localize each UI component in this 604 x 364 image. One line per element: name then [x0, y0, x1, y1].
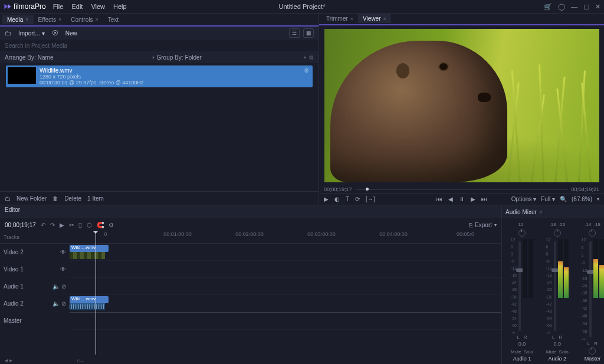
group-dropdown[interactable]: Group By: Folder▾: [157, 54, 307, 61]
media-meta: Wildlife.wmv 1280 x 720 pixels 00:00:30:…: [40, 67, 143, 86]
loop-icon[interactable]: ⟳: [355, 196, 360, 202]
tab-viewer[interactable]: Viewer×: [358, 14, 391, 23]
pan-knob[interactable]: [554, 229, 561, 237]
full-dropdown[interactable]: Full ▾: [541, 196, 555, 202]
track-header-audio2[interactable]: Audio 2🔈 ⊘: [0, 295, 70, 312]
step-back-icon[interactable]: ◀: [448, 196, 453, 202]
track-header-master[interactable]: Master: [0, 312, 70, 329]
cursor-icon[interactable]: ▶: [60, 222, 64, 228]
list-view-icon[interactable]: ☰: [289, 28, 300, 38]
search-input[interactable]: Search in Project Media: [0, 40, 319, 51]
grid-view-icon[interactable]: ▦: [303, 28, 314, 38]
record-icon[interactable]: ⦿: [52, 29, 58, 37]
arrange-dropdown[interactable]: Arrange By: Name▾: [5, 54, 155, 61]
timeline-ruler[interactable]: 0 00:01:00:00 00:02:00:00 00:03:00:00 00…: [70, 231, 501, 244]
minimize-icon[interactable]: ―: [571, 3, 577, 11]
delete-button[interactable]: Delete: [64, 195, 81, 202]
cart-icon[interactable]: 🛒: [544, 3, 552, 11]
gear-icon[interactable]: ⚙: [308, 54, 314, 61]
track-header-video2[interactable]: Video 2👁: [0, 244, 70, 261]
menu-help[interactable]: Help: [113, 3, 127, 10]
media-thumbnail: [8, 67, 36, 84]
magnet-icon[interactable]: 🧲: [97, 222, 104, 228]
menu-edit[interactable]: Edit: [71, 3, 83, 10]
eye-icon[interactable]: 👁: [60, 266, 66, 273]
text-icon[interactable]: T: [346, 196, 349, 202]
play-icon[interactable]: ▶: [324, 196, 329, 202]
clip-audio[interactable]: Wild....wmv: [70, 296, 109, 303]
fader[interactable]: [518, 241, 521, 331]
options-dropdown[interactable]: Options ▾: [511, 196, 536, 202]
tab-media[interactable]: Media×: [2, 15, 34, 24]
tab-text[interactable]: Text: [103, 15, 123, 24]
volume-value[interactable]: 0.0: [553, 341, 561, 347]
timeline: Tracks Video 2👁 Video 1👁 Audio 1🔈 ⊘ Audi…: [0, 231, 501, 355]
pause-icon[interactable]: ⏸: [459, 196, 465, 202]
eye-icon[interactable]: 👁: [60, 249, 66, 255]
solo-button[interactable]: Solo: [524, 349, 533, 355]
mute-icon[interactable]: 🔈 ⊘: [52, 300, 66, 307]
export-button[interactable]: ⎘ Export ▾: [469, 222, 497, 228]
master-knob[interactable]: [589, 347, 596, 355]
media-item[interactable]: Wildlife.wmv 1280 x 720 pixels 00:00:30:…: [6, 65, 313, 87]
mark-in-icon[interactable]: ◐: [334, 196, 340, 202]
viewer-scrubber[interactable]: 00;00;19;17 00;04;19;21: [319, 186, 604, 193]
track-header-audio1[interactable]: Audio 1🔈 ⊘: [0, 278, 70, 295]
gear-icon[interactable]: ⚙: [304, 67, 311, 86]
mute-button[interactable]: Mute: [546, 349, 557, 355]
tab-trimmer[interactable]: Trimmer×: [321, 14, 358, 23]
db-readout: -18-23: [549, 222, 565, 227]
clip-video[interactable]: Wild....wmv: [70, 245, 109, 252]
user-icon[interactable]: ◯: [558, 3, 565, 11]
collapse-icon[interactable]: ◂ ▸: [5, 357, 12, 363]
close-icon[interactable]: ×: [58, 17, 61, 22]
snap-icon[interactable]: ⌷: [78, 222, 82, 228]
step-fwd-icon[interactable]: ▶: [471, 196, 475, 202]
slice-icon[interactable]: ✂: [69, 222, 74, 228]
scrub-bar[interactable]: [356, 189, 568, 190]
viewer-canvas[interactable]: [319, 25, 604, 186]
folder-icon[interactable]: 🗀: [5, 29, 11, 37]
close-icon[interactable]: ×: [25, 17, 28, 22]
solo-button[interactable]: Solo: [559, 349, 569, 355]
zoom-slider-icon[interactable]: ⏢▴: [77, 357, 84, 363]
playhead[interactable]: [96, 231, 96, 355]
import-button[interactable]: Import...▾: [15, 29, 48, 38]
menu-view[interactable]: View: [91, 3, 105, 10]
lane-video1[interactable]: [70, 261, 501, 278]
fader[interactable]: [554, 241, 556, 331]
zoom-icon[interactable]: 🔍: [560, 196, 567, 202]
lane-video2[interactable]: Wild....wmv: [70, 244, 501, 261]
pan-knob[interactable]: [518, 229, 526, 237]
mute-icon[interactable]: 🔈 ⊘: [52, 283, 66, 290]
close-icon[interactable]: ×: [95, 17, 98, 22]
timeline-tracks[interactable]: 0 00:01:00:00 00:02:00:00 00:03:00:00 00…: [70, 231, 501, 355]
close-icon[interactable]: ✕: [595, 3, 600, 11]
track-header-video1[interactable]: Video 1👁: [0, 261, 70, 278]
tab-controls[interactable]: Controls×: [66, 15, 103, 24]
lane-audio1[interactable]: [70, 278, 501, 295]
bracket-icon[interactable]: [→]: [366, 196, 375, 202]
prev-icon[interactable]: ⏮: [436, 196, 442, 202]
lane-master[interactable]: [70, 312, 501, 330]
pan-knob[interactable]: [589, 229, 596, 237]
link-icon[interactable]: ⬡: [87, 222, 92, 228]
undo-icon[interactable]: ↶: [41, 222, 45, 228]
next-icon[interactable]: ⏭: [481, 196, 487, 202]
zoom-level[interactable]: (67.6%): [572, 196, 592, 202]
viewer-tabs: Trimmer× Viewer×: [319, 14, 604, 25]
redo-icon[interactable]: ↷: [50, 222, 55, 228]
tab-effects[interactable]: Effects×: [34, 15, 67, 24]
lane-audio2[interactable]: Wild....wmv: [70, 295, 501, 312]
new-button[interactable]: New: [62, 29, 81, 38]
window-controls: 🛒 ◯ ― ▢ ✕: [544, 3, 600, 11]
new-folder-button[interactable]: New Folder: [17, 195, 47, 202]
fader[interactable]: [589, 241, 592, 337]
editor-toolbar: 00;00;19;17 ↶ ↷ ▶ ✂ ⌷ ⬡ 🧲 ⚙ ⎘ Export ▾: [0, 218, 501, 231]
editor-timecode[interactable]: 00;00;19;17: [5, 222, 36, 228]
gear-icon[interactable]: ⚙: [109, 222, 114, 228]
menu-file[interactable]: File: [53, 3, 64, 10]
volume-value[interactable]: 0.0: [518, 341, 526, 347]
maximize-icon[interactable]: ▢: [583, 3, 589, 11]
mute-button[interactable]: Mute: [511, 349, 521, 355]
